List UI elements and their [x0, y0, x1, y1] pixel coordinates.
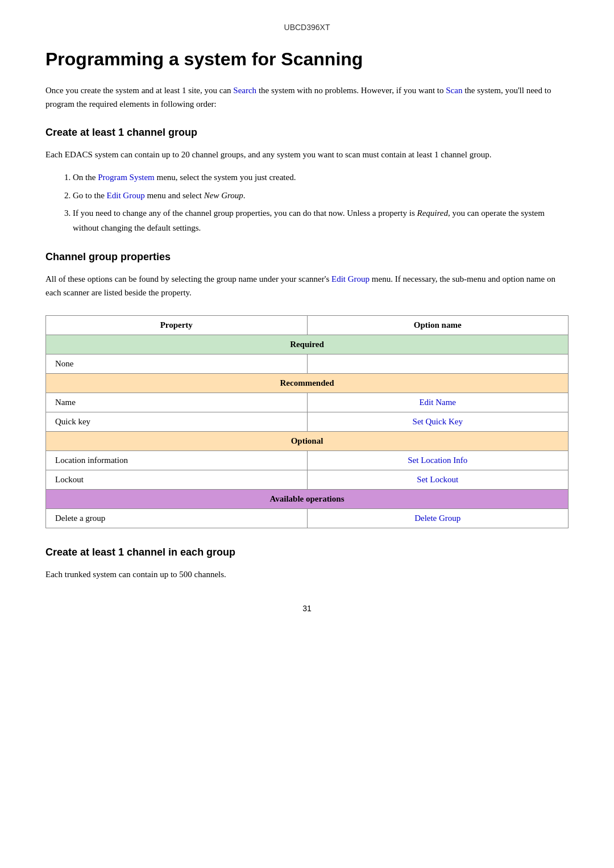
row-location-property: Location information: [46, 451, 308, 470]
table-row: None: [46, 354, 569, 374]
section-operations-row: Available operations: [46, 490, 569, 509]
section-required-row: Required: [46, 335, 569, 354]
list-item-1: On the Program System menu, select the s…: [73, 170, 569, 185]
section2-body: All of these options can be found by sel…: [45, 272, 569, 299]
row-lockout-option[interactable]: Set Lockout: [307, 470, 569, 490]
page-number: 31: [302, 604, 312, 613]
table-row: Name Edit Name: [46, 393, 569, 412]
row-delete-property: Delete a group: [46, 509, 308, 528]
section-recommended-row: Recommended: [46, 374, 569, 393]
page: UBCD396XT Programming a system for Scann…: [0, 0, 614, 868]
program-system-link[interactable]: Program System: [98, 173, 155, 182]
section-operations-label: Available operations: [46, 490, 569, 509]
section1-list: On the Program System menu, select the s…: [73, 170, 569, 235]
row-name-option[interactable]: Edit Name: [307, 393, 569, 412]
list-item1-suffix: menu, select the system you just created…: [155, 173, 296, 182]
section-optional-label: Optional: [46, 432, 569, 451]
section2-heading: Channel group properties: [45, 251, 569, 263]
section3-body: Each trunked system can contain up to 50…: [45, 567, 569, 581]
list-item1-prefix: On the: [73, 173, 98, 182]
table-row: Quick key Set Quick Key: [46, 412, 569, 432]
section-channel-each-group: Create at least 1 channel in each group …: [45, 546, 569, 581]
page-title: Programming a system for Scanning: [45, 49, 569, 70]
table-row: Location information Set Location Info: [46, 451, 569, 470]
table-header-row: Property Option name: [46, 316, 569, 335]
table-row: Delete a group Delete Group: [46, 509, 569, 528]
row-name-property: Name: [46, 393, 308, 412]
section3-heading: Create at least 1 channel in each group: [45, 546, 569, 558]
list-item-3: If you need to change any of the channel…: [73, 206, 569, 235]
intro-text2: the system with no problems. However, if…: [256, 86, 446, 95]
col-option-header: Option name: [307, 316, 569, 335]
scan-link[interactable]: Scan: [446, 86, 462, 95]
section-recommended-label: Recommended: [46, 374, 569, 393]
search-link[interactable]: Search: [233, 86, 256, 95]
header-title: UBCD396XT: [284, 23, 330, 32]
row-quickkey-property: Quick key: [46, 412, 308, 432]
section-channel-group: Create at least 1 channel group Each EDA…: [45, 127, 569, 235]
intro-text1: Once you create the system and at least …: [45, 86, 233, 95]
page-header: UBCD396XT: [45, 23, 569, 32]
properties-table: Property Option name Required None Recom…: [45, 315, 569, 528]
list-item3-prefix: If you need to change any of the channel…: [73, 208, 417, 218]
list-item2-prefix: Go to the: [73, 191, 107, 200]
row-location-option[interactable]: Set Location Info: [307, 451, 569, 470]
list-item2-middle: menu and select: [145, 191, 204, 200]
section2-body1: All of these options can be found by sel…: [45, 274, 331, 283]
edit-group-link-2[interactable]: Edit Group: [331, 274, 370, 283]
col-property-header: Property: [46, 316, 308, 335]
row-delete-option[interactable]: Delete Group: [307, 509, 569, 528]
table-row: Lockout Set Lockout: [46, 470, 569, 490]
row-none-option: [307, 354, 569, 374]
list-item2-period: .: [243, 191, 246, 200]
edit-group-link-1[interactable]: Edit Group: [107, 191, 145, 200]
section-optional-row: Optional: [46, 432, 569, 451]
section-required-label: Required: [46, 335, 569, 354]
list-item2-italic: New Group: [204, 191, 243, 200]
list-item-2: Go to the Edit Group menu and select New…: [73, 189, 569, 203]
row-none-property: None: [46, 354, 308, 374]
page-footer: 31: [45, 604, 569, 613]
section1-heading: Create at least 1 channel group: [45, 127, 569, 139]
section1-body: Each EDACS system can contain up to 20 c…: [45, 148, 569, 161]
list-item3-italic: Required: [417, 208, 448, 218]
intro-paragraph: Once you create the system and at least …: [45, 84, 569, 111]
section-group-properties: Channel group properties All of these op…: [45, 251, 569, 299]
row-lockout-property: Lockout: [46, 470, 308, 490]
row-quickkey-option[interactable]: Set Quick Key: [307, 412, 569, 432]
